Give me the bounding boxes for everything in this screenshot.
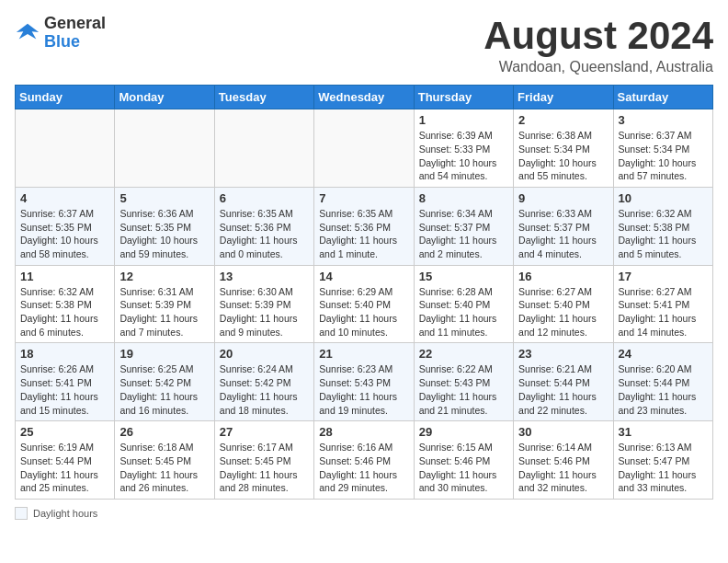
day-number: 1 [419,113,508,127]
calendar-week-row: 4Sunrise: 6:37 AM Sunset: 5:35 PM Daylig… [16,187,713,265]
day-number: 16 [518,270,608,283]
logo-bird-icon [15,20,40,46]
day-number: 26 [119,425,209,439]
calendar-cell [214,109,313,188]
daylight-label: Daylight hours [33,508,97,519]
location-text: Wandoan, Queensland, Australia [483,59,713,75]
day-info: Sunrise: 6:19 AM Sunset: 5:44 PM Dayligh… [20,441,109,495]
calendar-cell: 13Sunrise: 6:30 AM Sunset: 5:39 PM Dayli… [214,265,313,343]
calendar-cell: 9Sunrise: 6:33 AM Sunset: 5:37 PM Daylig… [514,187,613,265]
calendar-week-row: 18Sunrise: 6:26 AM Sunset: 5:41 PM Dayli… [16,343,713,421]
day-number: 6 [220,191,309,205]
calendar-cell: 20Sunrise: 6:24 AM Sunset: 5:42 PM Dayli… [214,343,313,421]
day-number: 2 [518,113,608,127]
day-info: Sunrise: 6:25 AM Sunset: 5:42 PM Dayligh… [119,362,209,417]
calendar-cell: 26Sunrise: 6:18 AM Sunset: 5:45 PM Dayli… [115,421,214,500]
calendar-cell: 30Sunrise: 6:14 AM Sunset: 5:46 PM Dayli… [514,421,613,500]
calendar-cell: 14Sunrise: 6:29 AM Sunset: 5:40 PM Dayli… [314,265,414,343]
day-number: 5 [119,191,209,205]
day-info: Sunrise: 6:35 AM Sunset: 5:36 PM Dayligh… [220,207,309,261]
calendar-header-row: SundayMondayTuesdayWednesdayThursdayFrid… [16,86,713,109]
day-number: 22 [419,347,508,361]
footer-note: Daylight hours [15,507,713,520]
calendar-cell: 31Sunrise: 6:13 AM Sunset: 5:47 PM Dayli… [613,421,712,500]
month-title: August 2024 [483,15,713,57]
day-info: Sunrise: 6:38 AM Sunset: 5:34 PM Dayligh… [518,129,608,183]
day-info: Sunrise: 6:33 AM Sunset: 5:37 PM Dayligh… [518,207,608,261]
day-info: Sunrise: 6:37 AM Sunset: 5:35 PM Dayligh… [20,207,109,261]
day-header-wednesday: Wednesday [314,86,414,109]
day-info: Sunrise: 6:28 AM Sunset: 5:40 PM Dayligh… [419,285,508,339]
calendar-cell: 28Sunrise: 6:16 AM Sunset: 5:46 PM Dayli… [314,421,414,500]
day-number: 19 [119,347,209,361]
day-info: Sunrise: 6:15 AM Sunset: 5:46 PM Dayligh… [419,441,508,495]
day-info: Sunrise: 6:35 AM Sunset: 5:36 PM Dayligh… [319,207,408,261]
logo: General Blue [15,15,106,52]
calendar-week-row: 25Sunrise: 6:19 AM Sunset: 5:44 PM Dayli… [16,421,713,500]
day-number: 28 [319,425,408,439]
day-info: Sunrise: 6:31 AM Sunset: 5:39 PM Dayligh… [119,285,209,339]
day-number: 23 [518,347,608,361]
day-header-monday: Monday [115,86,214,109]
calendar-cell: 7Sunrise: 6:35 AM Sunset: 5:36 PM Daylig… [314,187,414,265]
calendar-cell: 1Sunrise: 6:39 AM Sunset: 5:33 PM Daylig… [414,109,513,188]
day-header-tuesday: Tuesday [214,86,313,109]
day-info: Sunrise: 6:27 AM Sunset: 5:40 PM Dayligh… [518,285,608,339]
day-header-friday: Friday [514,86,613,109]
day-number: 3 [619,113,708,127]
title-block: August 2024 Wandoan, Queensland, Austral… [483,15,713,75]
day-number: 10 [619,191,708,205]
day-info: Sunrise: 6:16 AM Sunset: 5:46 PM Dayligh… [319,441,408,495]
day-number: 31 [619,425,708,439]
day-number: 9 [518,191,608,205]
calendar-cell [16,109,115,188]
calendar-cell: 5Sunrise: 6:36 AM Sunset: 5:35 PM Daylig… [115,187,214,265]
day-number: 18 [20,347,109,361]
day-header-sunday: Sunday [16,86,115,109]
calendar-week-row: 11Sunrise: 6:32 AM Sunset: 5:38 PM Dayli… [16,265,713,343]
day-info: Sunrise: 6:36 AM Sunset: 5:35 PM Dayligh… [119,207,209,261]
calendar-cell: 17Sunrise: 6:27 AM Sunset: 5:41 PM Dayli… [613,265,712,343]
day-number: 20 [220,347,309,361]
calendar-cell [115,109,214,188]
svg-marker-0 [17,24,39,40]
day-info: Sunrise: 6:26 AM Sunset: 5:41 PM Dayligh… [20,362,109,417]
day-number: 13 [220,270,309,283]
calendar-cell: 29Sunrise: 6:15 AM Sunset: 5:46 PM Dayli… [414,421,513,500]
day-number: 24 [619,347,708,361]
day-info: Sunrise: 6:14 AM Sunset: 5:46 PM Dayligh… [518,441,608,495]
day-info: Sunrise: 6:32 AM Sunset: 5:38 PM Dayligh… [20,285,109,339]
day-info: Sunrise: 6:23 AM Sunset: 5:43 PM Dayligh… [319,362,408,417]
calendar-cell: 2Sunrise: 6:38 AM Sunset: 5:34 PM Daylig… [514,109,613,188]
calendar-table: SundayMondayTuesdayWednesdayThursdayFrid… [15,85,713,500]
day-info: Sunrise: 6:37 AM Sunset: 5:34 PM Dayligh… [619,129,708,183]
day-info: Sunrise: 6:22 AM Sunset: 5:43 PM Dayligh… [419,362,508,417]
day-number: 14 [319,270,408,283]
day-info: Sunrise: 6:34 AM Sunset: 5:37 PM Dayligh… [419,207,508,261]
day-number: 30 [518,425,608,439]
day-info: Sunrise: 6:30 AM Sunset: 5:39 PM Dayligh… [220,285,309,339]
calendar-cell: 18Sunrise: 6:26 AM Sunset: 5:41 PM Dayli… [16,343,115,421]
day-info: Sunrise: 6:39 AM Sunset: 5:33 PM Dayligh… [419,129,508,183]
day-number: 4 [20,191,109,205]
day-number: 17 [619,270,708,283]
calendar-cell: 23Sunrise: 6:21 AM Sunset: 5:44 PM Dayli… [514,343,613,421]
calendar-cell: 11Sunrise: 6:32 AM Sunset: 5:38 PM Dayli… [16,265,115,343]
calendar-cell: 15Sunrise: 6:28 AM Sunset: 5:40 PM Dayli… [414,265,513,343]
day-info: Sunrise: 6:32 AM Sunset: 5:38 PM Dayligh… [619,207,708,261]
logo-general-text: General [44,14,106,32]
day-header-saturday: Saturday [613,86,712,109]
calendar-cell: 3Sunrise: 6:37 AM Sunset: 5:34 PM Daylig… [613,109,712,188]
day-info: Sunrise: 6:21 AM Sunset: 5:44 PM Dayligh… [518,362,608,417]
day-number: 12 [119,270,209,283]
day-number: 8 [419,191,508,205]
day-info: Sunrise: 6:17 AM Sunset: 5:45 PM Dayligh… [220,441,309,495]
calendar-cell: 19Sunrise: 6:25 AM Sunset: 5:42 PM Dayli… [115,343,214,421]
page-header: General Blue August 2024 Wandoan, Queens… [15,15,713,75]
calendar-cell: 6Sunrise: 6:35 AM Sunset: 5:36 PM Daylig… [214,187,313,265]
day-number: 29 [419,425,508,439]
day-number: 15 [419,270,508,283]
day-info: Sunrise: 6:20 AM Sunset: 5:44 PM Dayligh… [619,362,708,417]
calendar-week-row: 1Sunrise: 6:39 AM Sunset: 5:33 PM Daylig… [16,109,713,188]
day-info: Sunrise: 6:18 AM Sunset: 5:45 PM Dayligh… [119,441,209,495]
